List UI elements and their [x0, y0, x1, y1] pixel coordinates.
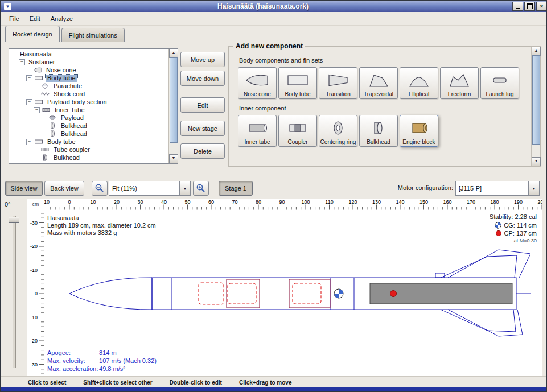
component-button-row-0: Nose coneBody tubeTransitionTrapezoidalE… [238, 67, 529, 99]
svg-text:30: 30 [137, 199, 143, 205]
scroll-down-icon[interactable]: ▼ [169, 154, 178, 163]
tree-item-shock-cord[interactable]: Shock cord [9, 90, 168, 98]
bodytube-icon [34, 138, 44, 145]
zoom-select[interactable]: Fit (11%) ▼ [109, 181, 191, 196]
tree-collapse-icon[interactable]: − [34, 107, 40, 113]
bodytube-icon [34, 98, 44, 105]
tree-scrollbar-thumb[interactable] [170, 57, 178, 143]
apogee-label: Apogee: [47, 349, 97, 356]
scroll-up-icon[interactable]: ▲ [169, 49, 178, 58]
tree-item-haisun-t[interactable]: Haisunäätä [9, 50, 168, 58]
bodytube-icon [286, 69, 309, 92]
tree-collapse-icon[interactable]: − [26, 99, 32, 105]
openrocket-window: { "window": {"title": "Haisunäätä (haisu… [0, 0, 547, 392]
tree-item-parachute[interactable]: Parachute [9, 82, 168, 90]
add-body-tube-button[interactable]: Body tube [278, 67, 317, 99]
maximize-button[interactable] [524, 2, 535, 11]
side-view-toggle[interactable]: Side view [5, 181, 43, 196]
stage-1-toggle[interactable]: Stage 1 [219, 181, 253, 196]
stability-text: Stability: 2.28 cal [490, 213, 537, 220]
cg-icon [495, 222, 501, 229]
menu-edit[interactable]: Edit [24, 14, 46, 24]
trapezoidal-icon [367, 69, 390, 92]
chevron-down-icon[interactable]: ▼ [528, 181, 539, 195]
add-launch-lug-button[interactable]: Launch lug [480, 67, 519, 99]
add-inner-tube-button[interactable]: Inner tube [238, 115, 277, 147]
add-freeform-button[interactable]: Freeform [440, 67, 479, 99]
svg-text:-10: -10 [30, 267, 38, 273]
tab-rocket-design[interactable]: Rocket design [5, 26, 60, 42]
rotation-slider[interactable] [6, 212, 21, 374]
tree-item-payload-body-section[interactable]: −Payload body section [9, 98, 168, 106]
magnifier-minus-icon [94, 183, 105, 193]
bulkhead-icon [48, 130, 57, 137]
svg-text:140: 140 [396, 199, 404, 205]
hint-click-drag: Click+drag to move [239, 379, 292, 386]
max-acceleration-value: 49.8 m/s² [99, 365, 125, 372]
tree-scrollbar[interactable]: ▲ ▼ [168, 49, 178, 163]
menu-analyze[interactable]: Analyze [46, 14, 78, 24]
move-up-button[interactable]: Move up [180, 52, 225, 67]
component-sections: Body components and fin setsNose coneBod… [238, 55, 529, 166]
add-trapezoidal-button[interactable]: Trapezoidal [359, 67, 398, 99]
component-scrollbar[interactable]: ▲ ▼ [531, 47, 540, 166]
svg-text:80: 80 [256, 199, 261, 205]
tree-item-bulkhead[interactable]: Bulkhead [9, 122, 168, 130]
maximize-icon [527, 3, 533, 9]
delete-button[interactable]: Delete [180, 143, 225, 159]
rocket-length: Length 189 cm, max. diameter 10.2 cm [47, 222, 156, 229]
add-nose-cone-button[interactable]: Nose cone [238, 67, 277, 99]
close-button[interactable]: ✕ [536, 2, 547, 11]
tree-item-label: Payload body section [46, 98, 109, 106]
zoom-in-button[interactable] [193, 181, 209, 196]
payload-icon [48, 114, 57, 121]
max-acceleration-label: Max. acceleration: [47, 365, 97, 372]
minimize-icon [516, 4, 520, 9]
move-down-button[interactable]: Move down [180, 71, 225, 86]
tree-item-tube-coupler[interactable]: Tube coupler [9, 146, 168, 154]
rocket-canvas[interactable]: Haisunäätä Length 189 cm, max. diameter … [44, 210, 542, 376]
tree-collapse-icon[interactable]: − [19, 59, 25, 65]
tree-item-nose-cone[interactable]: Nose cone [9, 66, 168, 74]
add-coupler-button[interactable]: Coupler [278, 115, 317, 147]
tree-item-label: Inner Tube [53, 106, 87, 114]
add-bulkhead-button[interactable]: Bulkhead [359, 115, 398, 147]
add-centering-ring-button[interactable]: Centering ring [319, 115, 357, 147]
back-view-toggle[interactable]: Back view [44, 181, 84, 196]
svg-text:50: 50 [184, 199, 190, 205]
tree-item-body-tube[interactable]: −Body tube [9, 138, 168, 146]
add-component-group: Add new component Body components and fi… [228, 46, 541, 167]
tab-flight-simulations[interactable]: Flight simulations [61, 28, 125, 42]
motor-configuration-select[interactable]: [J115-P] ▼ [455, 181, 540, 196]
add-transition-button[interactable]: Transition [319, 67, 357, 99]
app-icon: ▼ [4, 3, 11, 10]
add-elliptical-button[interactable]: Elliptical [400, 67, 438, 99]
component-scrollbar-thumb[interactable] [532, 55, 540, 145]
bodytube-icon [34, 75, 44, 81]
tree-item-body-tube[interactable]: −Body tube [9, 74, 168, 82]
rotation-slider-thumb[interactable] [9, 217, 19, 223]
tree-item-bulkhead[interactable]: Bulkhead [9, 154, 168, 162]
svg-text:200: 200 [537, 199, 542, 205]
tree-item-label: Body tube [46, 138, 77, 146]
rotation-slider-track [13, 216, 16, 368]
coupler-icon [40, 146, 50, 153]
tree-item-bulkhead[interactable]: Bulkhead [9, 130, 168, 138]
scroll-down-icon[interactable]: ▼ [532, 157, 541, 166]
tree-collapse-icon[interactable]: − [26, 75, 32, 81]
tree-item-payload[interactable]: Payload [9, 114, 168, 122]
add-engine-block-button[interactable]: Engine block [400, 115, 438, 147]
minimize-button[interactable] [512, 2, 523, 11]
hint-shift-click: Shift+click to select other [83, 379, 152, 386]
tree-item-sustainer[interactable]: −Sustainer [9, 58, 168, 66]
tree-collapse-icon[interactable]: − [26, 139, 32, 145]
scroll-up-icon[interactable]: ▲ [532, 47, 541, 56]
bulkhead-icon [367, 117, 390, 139]
edit-button[interactable]: Edit [180, 97, 225, 113]
zoom-out-button[interactable] [92, 181, 108, 196]
cp-text: CP: 137 cm [495, 230, 537, 237]
menu-file[interactable]: File [4, 14, 24, 24]
new-stage-button[interactable]: New stage [180, 121, 225, 136]
tree-item-inner-tube[interactable]: −Inner Tube [9, 106, 168, 114]
chevron-down-icon[interactable]: ▼ [179, 181, 190, 195]
